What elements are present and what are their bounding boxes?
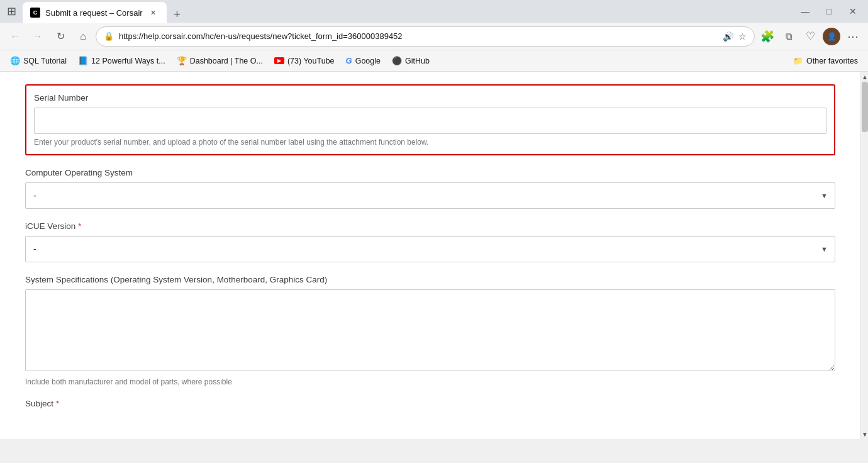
scrollbar-arrow-up[interactable]: ▲: [861, 72, 868, 82]
favorites-button[interactable]: ♡: [800, 26, 820, 47]
bookmark-sql-label: SQL Tutorial: [23, 57, 67, 65]
settings-button[interactable]: ⋯: [843, 26, 863, 47]
extensions-button[interactable]: 🧩: [757, 26, 777, 47]
other-favorites-icon: 📁: [793, 56, 803, 65]
computer-os-section: Computer Operating System - Windows 11 W…: [25, 168, 835, 209]
github-icon: ⚫: [392, 56, 402, 65]
bookmark-github[interactable]: ⚫ GitHub: [387, 53, 435, 69]
bookmark-dashboard[interactable]: 🏆 Dashboard | The O...: [172, 53, 268, 69]
url-text: https://help.corsair.com/hc/en-us/reques…: [119, 31, 718, 41]
profile-avatar: 👤: [823, 28, 840, 45]
bookmark-youtube[interactable]: ▶ (73) YouTube: [269, 53, 340, 69]
lock-icon: 🔒: [104, 31, 114, 41]
other-favorites[interactable]: 📁 Other favorites: [788, 53, 863, 69]
youtube-icon: ▶: [274, 57, 284, 64]
sql-icon: 🌐: [10, 56, 20, 65]
serial-number-input[interactable]: [34, 108, 826, 134]
other-favorites-label: Other favorites: [806, 57, 858, 65]
icue-required-star: *: [78, 221, 81, 231]
dashboard-icon: 🏆: [177, 56, 187, 65]
address-bar[interactable]: 🔒 https://help.corsair.com/hc/en-us/requ…: [96, 26, 755, 47]
nav-right-icons: 🧩 ⧉ ♡ 👤 ⋯: [757, 26, 863, 47]
favorites-icon: ☆: [738, 31, 747, 42]
bookmark-youtube-label: (73) YouTube: [287, 57, 335, 65]
computer-os-select[interactable]: - Windows 11 Windows 10 Windows 8 Window…: [25, 182, 835, 209]
back-button[interactable]: ←: [5, 26, 25, 47]
12powerful-icon: 📘: [78, 56, 88, 65]
title-bar: ⊞ C Submit a request – Corsair ✕ + — □ ✕: [0, 0, 868, 23]
icue-version-label: iCUE Version *: [25, 221, 835, 231]
bookmark-google-label: Google: [355, 57, 381, 65]
scrollbar-arrow-down[interactable]: ▼: [861, 429, 868, 439]
navigation-bar: ← → ↻ ⌂ 🔒 https://help.corsair.com/hc/en…: [0, 23, 868, 50]
window-controls: — □ ✕: [795, 1, 863, 21]
maximize-button[interactable]: □: [819, 1, 839, 21]
system-specs-label: System Specifications (Operating System …: [25, 275, 835, 284]
serial-number-section: Serial Number Enter your product's seria…: [25, 84, 835, 155]
tab-close-button[interactable]: ✕: [148, 7, 159, 18]
main-content: Serial Number Enter your product's seria…: [0, 72, 860, 439]
icue-version-wrapper: - 4.x 3.x 2.x ▼: [25, 236, 835, 262]
reload-button[interactable]: ↻: [50, 26, 70, 47]
tab-favicon: C: [30, 8, 40, 18]
bookmark-dashboard-label: Dashboard | The O...: [190, 57, 263, 65]
icue-version-select[interactable]: - 4.x 3.x 2.x: [25, 236, 835, 262]
home-button[interactable]: ⌂: [73, 26, 93, 47]
system-specs-textarea[interactable]: [25, 289, 835, 371]
icue-version-section: iCUE Version * - 4.x 3.x 2.x ▼: [25, 221, 835, 262]
read-aloud-icon: 🔊: [723, 31, 733, 42]
computer-os-wrapper: - Windows 11 Windows 10 Windows 8 Window…: [25, 182, 835, 209]
forward-button[interactable]: →: [28, 26, 48, 47]
subject-required-star: *: [56, 399, 59, 408]
subject-section: Subject *: [25, 399, 835, 408]
serial-number-hint: Enter your product's serial number, and …: [34, 138, 826, 147]
serial-number-label: Serial Number: [34, 93, 826, 103]
new-tab-button[interactable]: +: [167, 6, 188, 23]
bookmark-12powerful-label: 12 Powerful Ways t...: [91, 57, 165, 65]
split-screen-button[interactable]: ⧉: [779, 26, 799, 47]
system-specs-section: System Specifications (Operating System …: [25, 275, 835, 386]
subject-label: Subject *: [25, 399, 835, 408]
bookmarks-bar: 🌐 SQL Tutorial 📘 12 Powerful Ways t... 🏆…: [0, 50, 868, 72]
bookmark-google[interactable]: G Google: [341, 53, 386, 69]
bookmark-12powerful[interactable]: 📘 12 Powerful Ways t...: [73, 53, 170, 69]
tab-bar: C Submit a request – Corsair ✕ +: [23, 0, 790, 23]
profile-button[interactable]: 👤: [821, 26, 842, 47]
bookmark-sql[interactable]: 🌐 SQL Tutorial: [5, 53, 72, 69]
active-tab[interactable]: C Submit a request – Corsair ✕: [23, 2, 167, 23]
google-icon: G: [346, 56, 352, 65]
page-area: Serial Number Enter your product's seria…: [0, 72, 868, 439]
tab-label: Submit a request – Corsair: [45, 8, 143, 18]
close-button[interactable]: ✕: [843, 1, 863, 21]
computer-os-label: Computer Operating System: [25, 168, 835, 177]
system-specs-hint: Include both manufacturer and model of p…: [25, 377, 835, 386]
browser-icon: ⊞: [5, 5, 18, 18]
scrollbar-track: ▲ ▼: [860, 72, 868, 439]
scrollbar-thumb[interactable]: [862, 82, 868, 132]
minimize-button[interactable]: —: [795, 1, 815, 21]
bookmark-github-label: GitHub: [405, 57, 430, 65]
